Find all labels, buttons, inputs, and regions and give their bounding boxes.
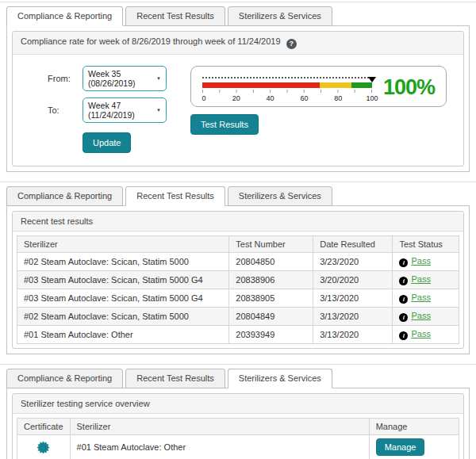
tick-label: 80 [334, 94, 342, 102]
sterilizer-cell: #02 Steam Autoclave: Scican, Statim 5000 [17, 253, 229, 271]
to-week-value: Week 47 (11/24/2019) [88, 101, 153, 120]
from-week-value: Week 35 (08/26/2019) [88, 69, 153, 88]
table-row: #02 Steam Autoclave: Scican, Statim 5000… [17, 308, 459, 326]
compliance-panel: Compliance rate for week of 8/26/2019 th… [6, 25, 470, 172]
recent-tests-box: Recent test results Sterilizer Test Numb… [12, 211, 464, 349]
test-status-cell: iPass [393, 289, 459, 308]
sterilizer-cell: #01 Steam Autoclave: Other [17, 326, 229, 344]
date-resulted-cell: 3/13/2020 [313, 326, 393, 344]
update-button[interactable]: Update [83, 132, 131, 153]
date-resulted-cell: 3/13/2020 [313, 289, 393, 308]
date-resulted-cell: 3/23/2020 [313, 253, 393, 271]
certificate-cell [17, 435, 71, 459]
pass-link[interactable]: Pass [411, 256, 430, 266]
pass-link[interactable]: Pass [411, 293, 430, 302]
col-header-test-number: Test Number [229, 236, 313, 253]
recent-tests-widget: Compliance & Reporting Recent Test Resul… [0, 182, 476, 354]
gauge-pointer-icon [368, 77, 376, 82]
info-icon[interactable]: i [399, 331, 408, 340]
compliance-widget: Compliance & Reporting Recent Test Resul… [0, 2, 476, 172]
sterilizer-cell: #03 Steam Autoclave: Scican, Statim 5000… [17, 271, 229, 289]
tab-sterilizers-services[interactable]: Sterilizers & Services [228, 369, 332, 388]
test-status-cell: iPass [393, 271, 459, 289]
tabbar: Compliance & Reporting Recent Test Resul… [6, 186, 470, 206]
table-row: #01 Steam Autoclave: Other 20393949 3/13… [17, 326, 459, 344]
tab-recent-test-results[interactable]: Recent Test Results [125, 186, 225, 206]
col-header-certificate: Certificate [17, 419, 71, 435]
table-header-row: Certificate Sterilizer Manage [17, 419, 459, 435]
to-week-select[interactable]: Week 47 (11/24/2019) ▼ [83, 98, 167, 123]
col-header-date-resulted: Date Resulted [313, 236, 393, 253]
test-number-cell: 20804850 [229, 253, 313, 271]
compliance-rate-header: Compliance rate for week of 8/26/2019 th… [13, 32, 463, 55]
recent-tests-table: Sterilizer Test Number Date Resulted Tes… [17, 235, 459, 344]
compliance-box: Compliance rate for week of 8/26/2019 th… [12, 31, 464, 166]
from-week-select[interactable]: Week 35 (08/26/2019) ▼ [83, 66, 167, 91]
help-icon[interactable]: ? [286, 39, 297, 49]
col-header-sterilizer: Sterilizer [17, 236, 229, 253]
chevron-down-icon: ▼ [156, 76, 161, 81]
tab-sterilizers-services[interactable]: Sterilizers & Services [228, 6, 332, 26]
tabbar: Compliance & Reporting Recent Test Resul… [6, 6, 470, 26]
sterilizers-box: Sterilizer testing service overview Cert… [12, 393, 464, 459]
tick-label: 40 [267, 94, 274, 102]
sterilizer-cell: #01 Steam Autoclave: Other [70, 435, 369, 459]
test-number-cell: 20804849 [229, 308, 313, 326]
tab-sterilizers-services[interactable]: Sterilizers & Services [228, 186, 332, 206]
sterilizers-table: Certificate Sterilizer Manage #01 Steam … [17, 418, 459, 459]
compliance-rate-title: Compliance rate for week of 8/26/2019 th… [21, 36, 281, 46]
info-icon[interactable]: i [399, 295, 408, 304]
test-number-cell: 20838905 [229, 289, 313, 308]
certificate-seal-icon[interactable] [36, 441, 50, 454]
table-row: #02 Steam Autoclave: Scican, Statim 5000… [17, 253, 459, 271]
gauge-scale: 0 20 40 60 80 100 [202, 72, 372, 103]
info-icon[interactable]: i [399, 258, 408, 267]
tab-compliance-reporting[interactable]: Compliance & Reporting [6, 186, 123, 206]
tab-compliance-reporting[interactable]: Compliance & Reporting [6, 369, 123, 388]
sterilizers-panel: Sterilizer testing service overview Cert… [6, 388, 470, 459]
test-status-cell: iPass [393, 326, 459, 344]
sterilizer-cell: #03 Steam Autoclave: Scican, Statim 5000… [17, 289, 229, 308]
table-row: #01 Steam Autoclave: Other Manage [17, 435, 459, 459]
tab-compliance-reporting[interactable]: Compliance & Reporting [6, 6, 123, 26]
from-label: From: [48, 74, 83, 83]
table-row: #03 Steam Autoclave: Scican, Statim 5000… [17, 271, 459, 289]
tab-recent-test-results[interactable]: Recent Test Results [125, 6, 225, 26]
compliance-gauge: 0 20 40 60 80 100 100% [190, 66, 447, 107]
col-header-sterilizer: Sterilizer [70, 419, 369, 435]
compliance-body: From: Week 35 (08/26/2019) ▼ To: Week 47… [13, 55, 463, 166]
gauge-color-bar [202, 82, 372, 88]
tick-label: 60 [300, 94, 308, 102]
tick-label: 0 [202, 94, 206, 102]
tick-label: 20 [232, 94, 240, 102]
pass-link[interactable]: Pass [411, 329, 430, 339]
date-resulted-cell: 3/13/2020 [313, 308, 393, 326]
test-number-cell: 20393949 [229, 326, 313, 344]
info-icon[interactable]: i [399, 277, 408, 285]
table-row: #03 Steam Autoclave: Scican, Statim 5000… [17, 289, 459, 308]
manage-cell: Manage [369, 435, 459, 459]
test-status-cell: iPass [393, 253, 459, 271]
col-header-manage: Manage [369, 419, 459, 435]
gauge-target-line [202, 77, 372, 78]
sterilizer-cell: #02 Steam Autoclave: Scican, Statim 5000 [17, 308, 229, 326]
sterilizers-header: Sterilizer testing service overview [13, 394, 463, 414]
gauge-tick-labels: 0 20 40 60 80 100 [202, 94, 372, 103]
compliance-rate-value: 100% [383, 75, 435, 100]
pass-link[interactable]: Pass [411, 311, 430, 320]
test-number-cell: 20838906 [229, 271, 313, 289]
manage-button[interactable]: Manage [376, 438, 425, 456]
sterilizers-widget: Compliance & Reporting Recent Test Resul… [0, 364, 476, 459]
pass-link[interactable]: Pass [411, 274, 430, 284]
test-results-button[interactable]: Test Results [190, 114, 259, 135]
col-header-test-status: Test Status [393, 236, 459, 253]
recent-tests-header: Recent test results [13, 212, 463, 231]
tabbar: Compliance & Reporting Recent Test Resul… [6, 369, 470, 388]
table-header-row: Sterilizer Test Number Date Resulted Tes… [17, 236, 459, 253]
date-resulted-cell: 3/20/2020 [313, 271, 393, 289]
to-label: To: [48, 105, 83, 115]
chevron-down-icon: ▼ [156, 108, 161, 113]
info-icon[interactable]: i [399, 313, 408, 322]
test-status-cell: iPass [393, 308, 459, 326]
tab-recent-test-results[interactable]: Recent Test Results [125, 369, 225, 388]
